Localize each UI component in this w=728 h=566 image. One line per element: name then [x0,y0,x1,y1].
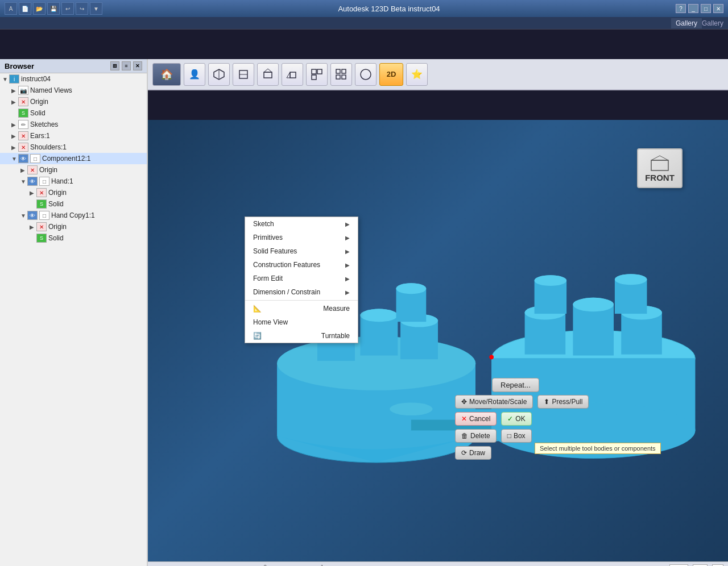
svg-rect-9 [317,69,322,74]
ok-icon: ✓ [507,415,513,423]
new-btn[interactable]: 📄 [19,2,31,15]
front-view-btn[interactable] [257,63,279,86]
menu-item-primitives[interactable]: Primitives ▶ [245,231,358,244]
menu-separator [245,300,358,301]
arrow-form-edit: ▶ [345,276,350,282]
home-view-btn[interactable]: 🏠 [152,63,181,86]
action-row2: ✥ Move/Rotate/Scale ⬆ Press/Pull [455,395,589,409]
press-pull-icon: ⬆ [544,398,549,406]
open-btn[interactable]: 📂 [33,2,46,15]
menu-btn[interactable]: ▼ [90,2,102,15]
gallery-label[interactable]: Gallery [671,18,702,28]
svg-marker-5 [264,69,272,72]
menu-item-construction-features[interactable]: Construction Features ▶ [245,258,358,272]
browser-expand-icon[interactable]: ⊞ [110,61,119,70]
gallery-text[interactable]: Gallery [702,19,723,27]
label-named-views: Named Views [30,86,72,94]
perspective-btn[interactable]: 👤 [184,63,205,86]
menu-item-form-edit[interactable]: Form Edit ▶ [245,272,358,285]
tree-item-origin1[interactable]: ▶ ✕ Origin [0,96,147,107]
help-btn[interactable]: ? [676,4,686,13]
delete-button[interactable]: 🗑 Delete [455,429,497,443]
arrow-solid1 [11,110,18,116]
save-btn[interactable]: 💾 [47,2,60,15]
icon-handcopy1: 👁 [27,211,38,220]
toolbar: 🏠 👤 2D ⭐ [148,59,728,90]
tree-item-handcopy1[interactable]: ▼ 👁 □ Hand Copy1:1 [0,210,147,221]
tree-item-hand1[interactable]: ▼ 👁 □ Hand:1 [0,176,147,187]
top-view-btn[interactable] [233,63,254,86]
cancel-icon: ✕ [461,415,467,423]
draw-icon: ⟳ [461,449,467,457]
arrow-sketch: ▶ [345,221,350,227]
gallery-bar: Gallery Gallery [0,17,728,30]
box-view-btn[interactable] [208,63,230,86]
ok-button[interactable]: ✓ OK [501,412,531,426]
icon2-hand1: □ [39,177,49,186]
front-label-text: FRONT [645,173,675,182]
cancel-button[interactable]: ✕ Cancel [455,412,497,426]
menu-item-dimension-constrain[interactable]: Dimension / Constrain ▶ [245,285,358,299]
arrow-instruct04: ▼ [2,76,9,82]
box-icon: □ [507,432,511,440]
browser-close-icon[interactable]: ✕ [133,61,142,70]
tree-item-component2[interactable]: ▼ 👁 □ Component12:1 [0,153,147,164]
menu-item-sketch[interactable]: Sketch ▶ [245,217,358,231]
label-component2: Component12:1 [42,155,90,163]
2d-btn[interactable]: 2D [379,63,403,86]
tree-item-origin4[interactable]: ▶ ✕ Origin [0,221,147,232]
label-origin2: Origin [39,166,57,174]
label-ears1: Ears:1 [30,132,50,140]
browser-config-icon[interactable]: ≡ [122,61,131,70]
tree-item-named-views[interactable]: ▶ 📷 Named Views [0,85,147,96]
icon-origin3: ✕ [36,188,47,197]
window-title: Autodesk 123D Beta instruct04 [102,5,676,13]
split-view-btn[interactable] [306,63,328,86]
tree-item-origin3[interactable]: ▶ ✕ Origin [0,187,147,198]
maximize-btn[interactable]: □ [701,4,711,13]
arrow-origin2: ▶ [20,167,27,173]
press-pull-button[interactable]: ⬆ Press/Pull [537,395,589,409]
tree-item-sketches[interactable]: ▶ ✏ Sketches [0,119,147,130]
svg-rect-8 [312,69,316,74]
menu-item-solid-features[interactable]: Solid Features ▶ [245,244,358,258]
draw-button[interactable]: ⟳ Draw [455,446,491,460]
browser-title: Browser [5,62,34,70]
box-button[interactable]: □ Box [501,429,532,443]
app-icon[interactable]: A [5,2,17,15]
svg-marker-63 [651,156,668,160]
label-solid1: Solid [30,109,46,117]
canvas-area[interactable]: FRONT Repeat... ✥ Move/Rotate/Scale ⬆ Pr… [148,120,728,564]
action-row3: ✕ Cancel ✓ OK [455,412,532,426]
side-view-btn[interactable] [282,63,303,86]
repeat-button[interactable]: Repeat... [492,378,539,392]
svg-rect-62 [651,160,668,170]
tree-item-solid1[interactable]: S Solid [0,107,147,119]
tree-item-origin2[interactable]: ▶ ✕ Origin [0,164,147,176]
arrow-construction-features: ▶ [345,262,350,268]
tree-item-solid2[interactable]: S Solid [0,198,147,210]
icon-named-views: 📷 [18,86,28,95]
svg-rect-12 [342,69,346,73]
arrow-shoulders1: ▶ [11,144,18,151]
star-btn[interactable]: ⭐ [406,63,428,86]
tree-item-ears1[interactable]: ▶ ✕ Ears:1 [0,130,147,142]
icon-origin4: ✕ [36,222,47,231]
browser-header: Browser ⊞ ≡ ✕ [0,59,147,73]
sphere-btn[interactable] [355,63,377,86]
move-rotate-scale-button[interactable]: ✥ Move/Rotate/Scale [455,395,533,409]
close-btn[interactable]: ✕ [713,4,723,13]
menu-item-measure[interactable]: 📐 Measure [245,302,358,315]
svg-rect-13 [336,75,340,79]
grid-view-btn[interactable] [330,63,352,86]
undo-btn[interactable]: ↩ [61,2,74,15]
icon-solid3: S [36,234,47,243]
redo-btn[interactable]: ↪ [76,2,88,15]
tree-item-shoulders1[interactable]: ▶ ✕ Shoulders:1 [0,142,147,153]
menu-item-home-view[interactable]: Home View [245,315,358,329]
minimize-btn[interactable]: _ [688,4,698,13]
icon2-component2: □ [30,154,40,163]
menu-item-turntable[interactable]: 🔄 Turntable [245,329,358,343]
tree-item-instruct04[interactable]: ▼ i instruct04 [0,73,147,85]
tree-item-solid3[interactable]: S Solid [0,232,147,244]
